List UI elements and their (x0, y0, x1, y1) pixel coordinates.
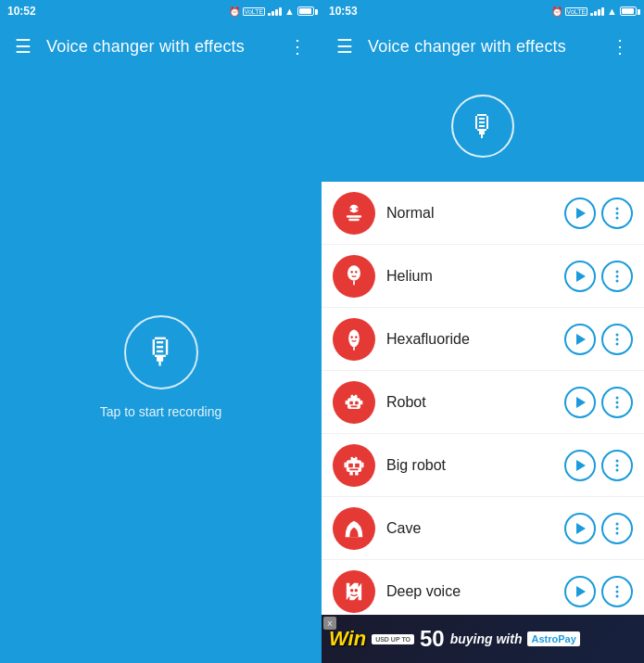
svg-point-36 (616, 405, 619, 408)
normal-label: Normal (386, 205, 553, 222)
right-mic-icon: 🎙 (468, 109, 498, 144)
big-robot-icon (341, 453, 367, 478)
list-item: Normal (322, 182, 644, 245)
hexafluoride-actions (564, 324, 633, 355)
svg-point-11 (351, 270, 353, 273)
svg-point-50 (616, 468, 619, 471)
right-mic-button[interactable]: 🎙 (451, 95, 514, 158)
left-status-time: 10:52 (7, 5, 36, 18)
helium-more-button[interactable] (601, 261, 633, 292)
list-item: Deep voice (322, 560, 644, 615)
svg-rect-40 (348, 463, 353, 467)
hexafluoride-icon (341, 326, 367, 352)
robot-more-button[interactable] (601, 387, 633, 418)
svg-rect-42 (349, 468, 358, 470)
robot-label: Robot (386, 394, 553, 411)
deep-voice-icon (341, 579, 367, 605)
deep-voice-more-button[interactable] (601, 576, 633, 607)
ad-close-icon: X (327, 619, 332, 628)
right-more-icon[interactable]: ⋮ (607, 32, 633, 61)
big-robot-icon-circle (333, 444, 375, 487)
ad-win-text: Win (329, 627, 366, 651)
svg-point-49 (616, 464, 619, 466)
ad-banner[interactable]: X Win USD UP TO 50 buying with AstroPay (322, 615, 644, 663)
ad-close-button[interactable]: X (323, 617, 336, 630)
svg-marker-33 (576, 397, 586, 408)
cave-play-button[interactable] (564, 513, 596, 544)
battery-icon (297, 6, 314, 16)
left-panel: 10:52 ⏰ VoLTE ▲ ☰ Voice changer with eff… (0, 0, 322, 663)
svg-point-12 (355, 270, 357, 273)
svg-point-59 (616, 590, 619, 593)
left-app-title: Voice changer with effects (46, 37, 273, 57)
tap-to-record-text: Tap to start recording (100, 404, 222, 419)
big-robot-more-button[interactable] (601, 450, 633, 481)
svg-marker-21 (576, 334, 586, 345)
left-app-bar: ☰ Voice changer with effects ⋮ (0, 22, 322, 70)
svg-point-14 (616, 270, 619, 273)
normal-more-button[interactable] (601, 198, 633, 229)
deep-voice-play-button[interactable] (564, 576, 596, 607)
mic-button[interactable]: 🎙 (124, 315, 198, 389)
robot-icon (341, 389, 367, 415)
right-status-time: 10:53 (329, 5, 358, 18)
svg-rect-41 (355, 463, 360, 467)
normal-play-button[interactable] (564, 198, 596, 229)
svg-point-58 (616, 585, 619, 588)
battery-icon-right (620, 6, 637, 16)
hexafluoride-more-button[interactable] (601, 324, 633, 355)
right-header-mic: 🎙 (322, 70, 644, 182)
helium-icon (341, 263, 367, 289)
svg-point-27 (353, 393, 355, 395)
robot-play-button[interactable] (564, 387, 596, 418)
list-item: Robot (322, 371, 644, 434)
hamburger-icon[interactable]: ☰ (11, 32, 35, 61)
big-robot-play-button[interactable] (564, 450, 596, 481)
svg-rect-1 (347, 215, 361, 217)
wifi-icon-right: ▲ (607, 6, 617, 17)
hexafluoride-play-button[interactable] (564, 324, 596, 355)
svg-marker-57 (576, 586, 586, 597)
ad-usd-label: USD UP TO (375, 636, 410, 643)
right-app-title: Voice changer with effects (368, 37, 596, 57)
helium-label: Helium (386, 268, 553, 285)
deep-voice-actions (564, 576, 633, 607)
svg-point-35 (616, 401, 619, 403)
left-status-icons: ⏰ VoLTE ▲ (229, 6, 314, 17)
left-status-bar: 10:52 ⏰ VoLTE ▲ (0, 0, 322, 22)
helium-actions (564, 261, 633, 292)
svg-rect-2 (348, 218, 360, 220)
wifi-icon: ▲ (284, 6, 295, 17)
robot-icon-circle (333, 381, 375, 424)
signal-icon-right (590, 6, 604, 16)
ad-brand: AstroPay (527, 631, 579, 646)
cave-more-button[interactable] (601, 513, 633, 544)
svg-marker-5 (576, 208, 586, 219)
svg-point-7 (616, 211, 619, 214)
svg-marker-13 (576, 271, 586, 282)
svg-point-52 (616, 522, 619, 525)
right-app-bar: ☰ Voice changer with effects ⋮ (322, 22, 644, 70)
list-item: Hexafluoride (322, 308, 644, 371)
right-panel: 10:53 ⏰ VoLTE ▲ ☰ Voice changer with eff… (322, 0, 644, 663)
alarm-icon: ⏰ (229, 6, 240, 17)
svg-rect-46 (355, 472, 359, 476)
helium-icon-circle (333, 255, 375, 298)
svg-marker-51 (576, 523, 586, 534)
helium-play-button[interactable] (564, 261, 596, 292)
alarm-icon-right: ⏰ (551, 6, 562, 17)
big-robot-label: Big robot (386, 457, 553, 474)
left-more-icon[interactable]: ⋮ (284, 32, 310, 61)
deep-voice-icon-circle (333, 570, 375, 613)
svg-point-8 (616, 216, 619, 219)
normal-actions (564, 198, 633, 229)
svg-rect-28 (349, 401, 353, 404)
svg-point-54 (616, 531, 619, 534)
volte-icon-right: VoLTE (565, 7, 588, 16)
cave-label: Cave (386, 520, 553, 537)
normal-icon-circle (333, 192, 375, 235)
right-hamburger-icon[interactable]: ☰ (333, 32, 357, 61)
ad-amount: 50 (420, 626, 445, 652)
svg-marker-47 (576, 460, 586, 471)
svg-point-23 (616, 338, 619, 340)
